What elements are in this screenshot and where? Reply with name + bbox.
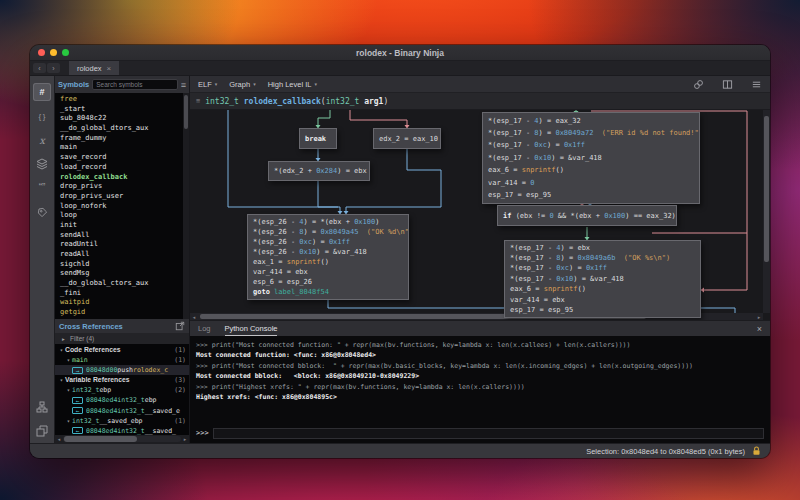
nav-forward-button[interactable]: ›	[47, 63, 60, 73]
xref-count: (3)	[174, 375, 186, 385]
symbol-list-item[interactable]: waitpid	[55, 298, 189, 308]
basic-block-ok-d[interactable]: *(esp_26 - 4) = *(ebx + 0x100)*(esp_26 -…	[247, 214, 409, 300]
lock-icon[interactable]	[752, 446, 761, 456]
symbol-list-item[interactable]: loop_nofork	[55, 202, 189, 212]
symbol-list-item[interactable]: readAll	[55, 250, 189, 260]
symbol-list-item[interactable]: _start	[55, 105, 189, 115]
console-tab-log[interactable]: Log	[198, 321, 211, 336]
expand-icon[interactable]: ▾	[65, 385, 72, 395]
symbol-list-item[interactable]: drop_privs	[55, 182, 189, 192]
chevron-down-icon: ▾	[253, 81, 256, 87]
document-tabbar: ‹ › rolodex ×	[30, 61, 770, 76]
basic-block-store[interactable]: *(edx_2 + 0x284) = ebx	[268, 161, 370, 181]
link-icon[interactable]	[693, 79, 704, 90]
main-view-column: ELF▾Graph▾High Level IL▾ ≡ int32_t rolod…	[190, 76, 770, 443]
console-tabbar: LogPython Console×	[190, 320, 770, 336]
memory-map-icon[interactable]	[33, 398, 51, 416]
xref-row-ref[interactable]: ←08048ed4 int32_t __saved_	[55, 426, 189, 435]
graph-view[interactable]: ◂ ▸ breakedx_2 = eax_10*(edx_2 + 0x284) …	[190, 110, 770, 320]
symbol-list-item[interactable]: rolodex_callback	[55, 173, 189, 183]
xref-row-section[interactable]: ▾Variable References(3)	[55, 375, 189, 385]
console-line-input: >>> print("Most connected function: " + …	[196, 340, 770, 350]
collapse-icon[interactable]: ≡	[196, 97, 200, 105]
console-input[interactable]	[213, 428, 764, 439]
selection-status: Selection: 0x8048ed4 to 0x8048ed5 (0x1 b…	[586, 447, 745, 456]
basic-block-break[interactable]: break	[299, 128, 337, 149]
menu-graph[interactable]: Graph▾	[229, 80, 255, 89]
console-line-input: >>> print("Highest xrefs: " + repr(max(b…	[196, 382, 770, 392]
xref-row-func[interactable]: ▾main(1)	[55, 355, 189, 365]
sidebar-icon-strip: #{ }x“”	[30, 76, 55, 443]
console-output: >>> print("Most connected function: " + …	[190, 336, 770, 426]
chevron-down-icon: ▾	[215, 81, 218, 87]
symbol-list-item[interactable]: frame_dummy	[55, 134, 189, 144]
symbol-list-item[interactable]: drop_privs_user	[55, 192, 189, 202]
cross-references-header: Cross References	[55, 319, 189, 333]
symbol-list-item[interactable]: free	[55, 95, 189, 105]
symbol-list-item[interactable]: save_record	[55, 153, 189, 163]
symbol-list-item[interactable]: sendMsg	[55, 269, 189, 279]
symbol-list-item[interactable]: sub_8048c22	[55, 114, 189, 124]
tab-rolodex[interactable]: rolodex ×	[69, 61, 119, 75]
xref-row-section[interactable]: ▾Code References(1)	[55, 345, 189, 355]
stack-icon[interactable]	[33, 155, 51, 173]
symbol-list-item[interactable]: _fini	[55, 289, 189, 299]
symbol-list-item[interactable]: sendAll	[55, 231, 189, 241]
symbols-search-input[interactable]	[92, 79, 177, 90]
split-pane-icon[interactable]	[722, 79, 733, 90]
symbol-list-item[interactable]: readUntil	[55, 240, 189, 250]
symbol-list-item[interactable]: getgid	[55, 308, 189, 318]
binary-ninja-window: rolodex - Binary Ninja ‹ › rolodex × #{ …	[30, 45, 770, 458]
xref-row-ref[interactable]: →08048d00 push rolodex_c	[55, 365, 189, 375]
console-tab-python-console[interactable]: Python Console	[225, 321, 278, 336]
console-close-icon[interactable]: ×	[757, 324, 762, 334]
symbol-list-item[interactable]: sigchld	[55, 260, 189, 270]
xref-count: (2)	[174, 385, 186, 395]
expand-icon[interactable]: ▾	[58, 375, 65, 385]
menu-icon[interactable]	[751, 79, 762, 90]
expand-icon[interactable]: ▾	[65, 355, 72, 365]
basic-block-edx-assign[interactable]: edx_2 = eax_10	[373, 128, 441, 149]
window-title: rolodex - Binary Ninja	[30, 48, 770, 58]
expand-icon[interactable]: ▾	[65, 416, 72, 426]
expand-icon[interactable]: ▾	[58, 345, 65, 355]
symbol-list-item[interactable]: __do_global_ctors_aux	[55, 279, 189, 289]
types-icon[interactable]: { }	[33, 107, 51, 125]
xref-row-ref[interactable]: ←08048ed4 int32_t __saved_e	[55, 406, 189, 416]
tags-icon[interactable]	[33, 203, 51, 221]
symbol-list-item[interactable]: init	[55, 221, 189, 231]
symbols-icon[interactable]: #	[33, 83, 51, 101]
tab-label: rolodex	[77, 64, 102, 73]
strings-icon[interactable]: “”	[33, 179, 51, 197]
menu-elf[interactable]: ELF▾	[198, 80, 217, 89]
xref-horizontal-scrollbar[interactable]: ◂ ▸	[55, 435, 189, 443]
basic-block-ok-s[interactable]: *(esp_17 - 4) = ebx*(esp_17 - 8) = 0x804…	[504, 240, 701, 318]
cross-references-icon[interactable]	[33, 422, 51, 440]
cross-references-title: Cross References	[59, 322, 123, 331]
symbol-list-item[interactable]: __do_global_dtors_aux	[55, 124, 189, 134]
nav-back-button[interactable]: ‹	[33, 63, 46, 73]
symbol-list-item[interactable]: load_record	[55, 163, 189, 173]
xref-filter-row[interactable]: ▸ Filter (4)	[55, 333, 189, 344]
filter-expand-icon: ▸	[60, 336, 67, 342]
graph-vertical-scrollbar[interactable]	[763, 110, 770, 313]
python-console-panel: LogPython Console× >>> print("Most conne…	[190, 320, 770, 443]
variables-icon[interactable]: x	[33, 131, 51, 149]
symbols-panel-header: Symbols ≡	[55, 76, 189, 93]
incoming-ref-icon: ←	[72, 407, 83, 414]
console-prompt-label: >>>	[196, 429, 209, 437]
symbols-panel-title: Symbols	[58, 80, 89, 89]
view-toolbar: ELF▾Graph▾High Level IL▾	[190, 76, 770, 93]
xref-row-var[interactable]: ▾int32_t __saved_ebp(1)	[55, 416, 189, 426]
xref-row-ref[interactable]: ←08048ed4 int32_t ebp	[55, 395, 189, 405]
basic-block-err[interactable]: *(esp_17 - 4) = eax_32*(esp_17 - 8) = 0x…	[482, 112, 700, 204]
symbols-menu-icon[interactable]: ≡	[181, 80, 186, 90]
symbols-scrollbar[interactable]	[183, 93, 189, 319]
open-in-pane-icon[interactable]	[175, 321, 185, 331]
tab-close-icon[interactable]: ×	[107, 64, 112, 73]
symbol-list-item[interactable]: loop	[55, 211, 189, 221]
menu-high-level-il[interactable]: High Level IL▾	[268, 80, 317, 89]
basic-block-if[interactable]: if (ebx != 0 && *(ebx + 0x100) == eax_32…	[497, 205, 677, 226]
symbol-list-item[interactable]: main	[55, 143, 189, 153]
xref-row-var[interactable]: ▾int32_t ebp(2)	[55, 385, 189, 395]
